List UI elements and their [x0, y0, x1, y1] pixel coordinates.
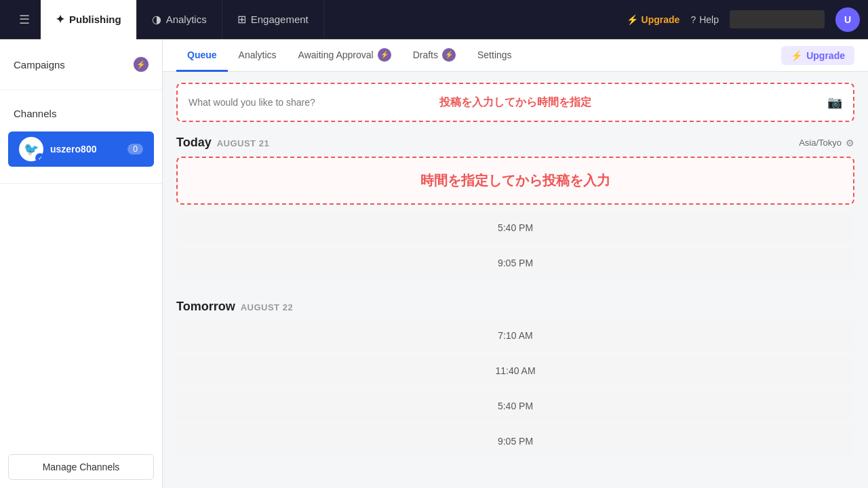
- tab-analytics-label: Analytics: [239, 49, 277, 60]
- tomorrow-header: Tomorrow AUGUST 22: [176, 300, 854, 314]
- post-input-box[interactable]: 投稿を入力してから時間を指定 📷: [176, 83, 854, 122]
- time-slot-today-1[interactable]: 5:40 PM: [176, 213, 854, 243]
- time-slot-tomorrow-4[interactable]: 9:05 PM: [176, 426, 854, 456]
- post-text-input[interactable]: [178, 86, 816, 119]
- tab-queue[interactable]: Queue: [176, 39, 228, 72]
- help-button[interactable]: ? Help: [690, 14, 719, 25]
- channel-avatar: 🐦 ✓: [19, 137, 43, 161]
- analytics-label: Analytics: [166, 14, 207, 25]
- timezone-label: Asia/Tokyo: [799, 138, 842, 148]
- engagement-label: Engagement: [251, 14, 309, 25]
- sub-tabs-bar: Queue Analytics Awaiting Approval ⚡ Draf…: [163, 39, 868, 72]
- content-area: Queue Analytics Awaiting Approval ⚡ Draf…: [163, 39, 868, 488]
- nav-publishing[interactable]: ✦ Publishing: [41, 0, 137, 39]
- tomorrow-label: Tomorrow AUGUST 22: [176, 300, 293, 314]
- publishing-label: Publishing: [69, 14, 121, 25]
- channels-label: Channels: [14, 108, 56, 119]
- tab-settings[interactable]: Settings: [467, 39, 523, 72]
- campaigns-badge: ⚡: [134, 57, 149, 72]
- manage-channels-label: Manage Channels: [43, 462, 120, 472]
- sidebar-item-channels[interactable]: Channels: [0, 101, 162, 126]
- time-slot-tomorrow-3-label: 5:40 PM: [498, 401, 533, 411]
- help-label: Help: [699, 14, 719, 25]
- avatar[interactable]: U: [835, 7, 860, 32]
- time-slot-tomorrow-3[interactable]: 5:40 PM: [176, 391, 854, 421]
- timezone-info: Asia/Tokyo ⚙: [799, 138, 854, 148]
- analytics-icon: ◑: [152, 13, 161, 26]
- nav-analytics[interactable]: ◑ Analytics: [137, 0, 222, 39]
- time-slot-tomorrow-1-label: 7:10 AM: [498, 330, 532, 341]
- section-spacer: [176, 286, 854, 300]
- tab-analytics[interactable]: Analytics: [228, 39, 288, 72]
- time-slot-today-1-label: 5:40 PM: [498, 222, 533, 233]
- today-section: Today AUGUST 21 Asia/Tokyo ⚙ 時間を指定してから投稿…: [176, 136, 854, 278]
- publishing-icon: ✦: [56, 13, 64, 26]
- tab-queue-label: Queue: [187, 49, 217, 60]
- drafts-badge: ⚡: [442, 48, 456, 62]
- awaiting-badge: ⚡: [378, 48, 391, 62]
- channel-platform-badge: ✓: [35, 153, 45, 163]
- sidebar: Campaigns ⚡ Channels 🐦 ✓ uszero800 0 Man…: [0, 39, 163, 488]
- tomorrow-section: Tomorrow AUGUST 22 7:10 AM 11:40 AM 5:40…: [176, 300, 854, 456]
- channel-name: uszero800: [50, 144, 96, 155]
- channel-count: 0: [127, 144, 143, 155]
- time-slot-today-2[interactable]: 9:05 PM: [176, 248, 854, 278]
- sidebar-channels-section: Channels 🐦 ✓ uszero800 0: [0, 90, 162, 184]
- sidebar-item-campaigns[interactable]: Campaigns ⚡: [0, 50, 162, 79]
- tomorrow-date: AUGUST 22: [241, 302, 293, 312]
- queue-content: 投稿を入力してから時間を指定 📷 Today AUGUST 21 Asia/To…: [163, 72, 868, 488]
- camera-icon[interactable]: 📷: [816, 84, 853, 121]
- nav-left: ☰ ✦ Publishing ◑ Analytics ⊞ Engagement: [8, 0, 324, 39]
- today-label: Today AUGUST 21: [176, 136, 269, 150]
- avatar-initial: U: [844, 14, 851, 25]
- today-date: AUGUST 21: [217, 138, 269, 148]
- upgrade-lightning-icon: ⚡: [627, 14, 638, 25]
- today-annotation-text: 時間を指定してから投稿を入力: [420, 173, 610, 188]
- nav-right: ⚡ Upgrade ? Help U: [627, 7, 860, 32]
- tomorrow-day: Tomorrow: [176, 300, 235, 314]
- today-day: Today: [176, 136, 212, 150]
- timezone-gear-icon[interactable]: ⚙: [846, 138, 854, 148]
- today-header: Today AUGUST 21 Asia/Tokyo ⚙: [176, 136, 854, 150]
- search-input-top[interactable]: [730, 10, 825, 28]
- time-slot-tomorrow-4-label: 9:05 PM: [498, 436, 533, 447]
- nav-engagement[interactable]: ⊞ Engagement: [222, 0, 324, 39]
- time-slot-today-2-label: 9:05 PM: [498, 258, 533, 268]
- upgrade-button-top[interactable]: ⚡ Upgrade: [627, 14, 680, 25]
- tab-drafts-label: Drafts: [413, 49, 438, 60]
- upgrade-sub-label: Upgrade: [806, 50, 845, 61]
- tab-awaiting-label: Awaiting Approval: [298, 49, 374, 60]
- upgrade-button-sub[interactable]: ⚡ Upgrade: [781, 46, 854, 65]
- hamburger-icon[interactable]: ☰: [8, 12, 41, 27]
- time-slot-tomorrow-2[interactable]: 11:40 AM: [176, 356, 854, 386]
- manage-channels-button[interactable]: Manage Channels: [8, 454, 154, 480]
- main-layout: Campaigns ⚡ Channels 🐦 ✓ uszero800 0 Man…: [0, 39, 868, 488]
- upgrade-label: Upgrade: [642, 14, 680, 25]
- tab-settings-label: Settings: [477, 49, 512, 60]
- tab-awaiting-approval[interactable]: Awaiting Approval ⚡: [288, 39, 402, 72]
- time-slot-tomorrow-2-label: 11:40 AM: [495, 365, 535, 376]
- campaigns-label: Campaigns: [14, 59, 65, 70]
- today-annotation-box: 時間を指定してから投稿を入力: [176, 157, 854, 205]
- upgrade-sub-lightning: ⚡: [791, 50, 802, 61]
- help-icon: ?: [690, 14, 696, 25]
- tab-drafts[interactable]: Drafts ⚡: [402, 39, 467, 72]
- sidebar-campaigns-section: Campaigns ⚡: [0, 39, 162, 90]
- engagement-icon: ⊞: [237, 13, 246, 26]
- top-nav: ☰ ✦ Publishing ◑ Analytics ⊞ Engagement …: [0, 0, 868, 39]
- sidebar-channel-item[interactable]: 🐦 ✓ uszero800 0: [8, 131, 154, 167]
- time-slot-tomorrow-1[interactable]: 7:10 AM: [176, 321, 854, 350]
